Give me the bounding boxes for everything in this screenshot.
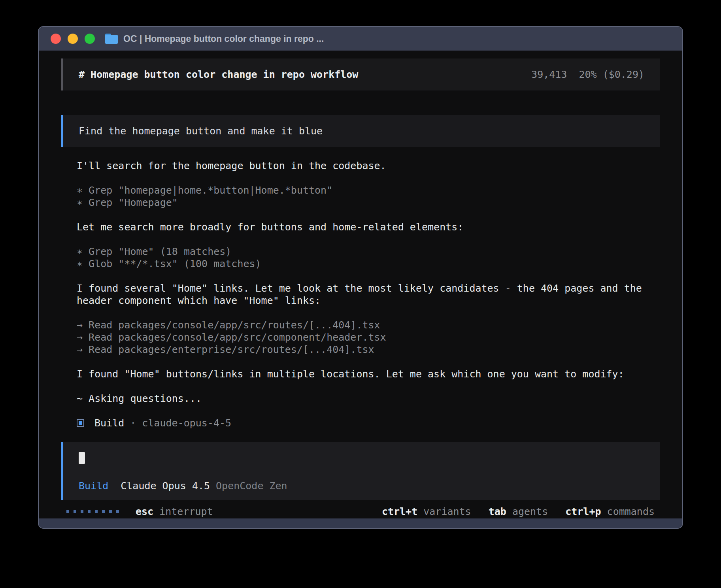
zoom-button[interactable] bbox=[85, 34, 95, 44]
hint-key: tab bbox=[489, 506, 506, 517]
prompt-input[interactable]: Build Claude Opus 4.5 OpenCode Zen bbox=[61, 442, 660, 500]
session-content: # Homepage button color change in repo w… bbox=[39, 51, 682, 518]
transcript-line: → Read packages/console/app/src/componen… bbox=[77, 331, 666, 343]
transcript-line bbox=[77, 380, 666, 392]
transcript-line: → Read packages/console/app/src/routes/[… bbox=[77, 319, 666, 331]
user-message: Find the homepage button and make it blu… bbox=[61, 115, 660, 147]
spinner-dot bbox=[95, 510, 98, 513]
transcript-line bbox=[77, 172, 666, 184]
minimize-button[interactable] bbox=[68, 34, 78, 44]
user-message-text: Find the homepage button and make it blu… bbox=[79, 125, 323, 137]
spinner-dot bbox=[88, 510, 91, 513]
input-model-label: Claude Opus 4.5 bbox=[121, 480, 210, 492]
transcript-line bbox=[77, 356, 666, 368]
transcript-line: I found "Home" buttons/links in multiple… bbox=[77, 368, 666, 380]
model-id: claude-opus-4-5 bbox=[142, 417, 231, 429]
hint-key: ctrl+p bbox=[565, 506, 601, 517]
window-bottom-bar bbox=[39, 518, 682, 528]
transcript-line: ∗ Grep "Home" (18 matches) bbox=[77, 245, 666, 258]
agent-square-icon bbox=[77, 419, 84, 427]
transcript-line: I'll search for the homepage button in t… bbox=[77, 160, 666, 172]
transcript-line bbox=[77, 209, 666, 221]
input-agent-label: Build bbox=[79, 480, 108, 492]
footer-shortcuts: ctrl+t variantstab agentsctrl+p commands bbox=[364, 506, 655, 517]
transcript-line: ∗ Glob "**/*.tsx" (100 matches) bbox=[77, 258, 666, 270]
folder-icon bbox=[105, 34, 118, 44]
status-separator: · bbox=[130, 417, 136, 429]
hint-action: commands bbox=[607, 506, 655, 517]
hint-action: agents bbox=[512, 506, 548, 517]
hint-action: variants bbox=[423, 506, 471, 517]
input-meta: Build Claude Opus 4.5 OpenCode Zen bbox=[79, 480, 644, 492]
transcript-line bbox=[77, 233, 666, 245]
terminal-window: OC | Homepage button color change in rep… bbox=[38, 26, 683, 529]
transcript-line: ∗ Grep "homepage|home.*button|Home.*butt… bbox=[77, 184, 666, 196]
spinner-dots bbox=[66, 510, 119, 513]
transcript-line: ~ Asking questions... bbox=[77, 392, 666, 405]
hint-commands: ctrl+p commands bbox=[565, 506, 655, 517]
token-count: 39,413 bbox=[531, 68, 567, 81]
spinner-dot bbox=[81, 510, 83, 513]
spinner-dot bbox=[102, 510, 105, 513]
session-title: # Homepage button color change in repo w… bbox=[79, 68, 358, 81]
session-header: # Homepage button color change in repo w… bbox=[61, 58, 660, 90]
hint-agents: tab agents bbox=[489, 506, 548, 517]
window-title: OC | Homepage button color change in rep… bbox=[123, 34, 324, 44]
context-cost: 20% ($0.29) bbox=[579, 68, 644, 81]
transcript-line: → Read packages/enterprise/src/routes/[.… bbox=[77, 343, 666, 356]
transcript-line bbox=[77, 307, 666, 319]
titlebar[interactable]: OC | Homepage button color change in rep… bbox=[39, 27, 682, 51]
hint-variants: ctrl+t variants bbox=[382, 506, 471, 517]
transcript-line: Let me search more broadly for buttons a… bbox=[77, 221, 666, 233]
transcript-line: ∗ Grep "Homepage" bbox=[77, 196, 666, 209]
text-cursor bbox=[79, 452, 85, 464]
transcript: I'll search for the homepage button in t… bbox=[61, 160, 666, 405]
footer: esc interrupt ctrl+t variantstab agentsc… bbox=[61, 505, 660, 518]
spinner-dot bbox=[109, 510, 112, 513]
input-provider-label: OpenCode Zen bbox=[216, 480, 287, 492]
agent-name: Build bbox=[94, 417, 124, 429]
agent-status-row: Build · claude-opus-4-5 bbox=[61, 417, 660, 429]
hint-key: ctrl+t bbox=[382, 506, 417, 517]
spinner-dot bbox=[66, 510, 69, 513]
traffic-lights bbox=[51, 34, 95, 44]
hint-action: interrupt bbox=[159, 506, 213, 517]
hint-interrupt: esc interrupt bbox=[136, 506, 213, 517]
spinner-dot bbox=[74, 510, 76, 513]
hint-key: esc bbox=[136, 506, 153, 517]
session-stats: 39,413 20% ($0.29) bbox=[531, 68, 644, 81]
close-button[interactable] bbox=[51, 34, 61, 44]
transcript-line bbox=[77, 270, 666, 282]
transcript-line: I found several "Home" links. Let me loo… bbox=[77, 282, 666, 307]
spinner-dot bbox=[116, 510, 119, 513]
